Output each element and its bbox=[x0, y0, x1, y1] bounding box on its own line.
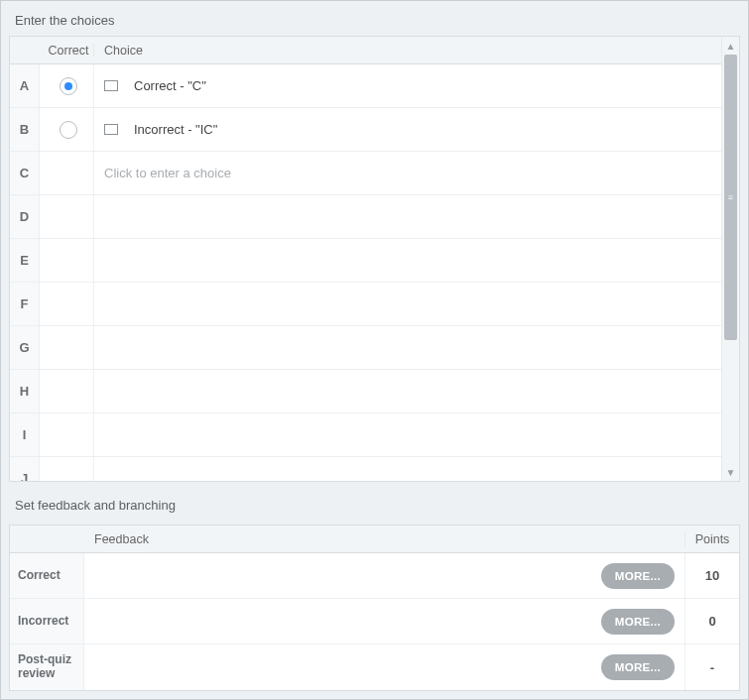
choice-content-cell[interactable] bbox=[94, 370, 739, 412]
feedback-row-label: Incorrect bbox=[10, 599, 84, 643]
choice-correct-cell bbox=[40, 195, 94, 238]
choices-header-choice: Choice bbox=[94, 44, 721, 58]
choice-letter: F bbox=[10, 283, 40, 325]
choice-correct-cell bbox=[40, 239, 94, 282]
points-cell[interactable]: - bbox=[685, 644, 739, 690]
choices-table: Correct Choice ACorrect - "C"BIncorrect … bbox=[9, 36, 740, 482]
scrollbar-thumb[interactable]: ≡ bbox=[724, 55, 737, 340]
feedback-section-title: Set feedback and branching bbox=[9, 494, 740, 521]
feedback-cell[interactable]: MORE... bbox=[84, 599, 685, 643]
choice-letter: E bbox=[10, 239, 40, 282]
feedback-cell[interactable]: MORE... bbox=[84, 553, 685, 598]
choice-correct-cell bbox=[40, 326, 94, 369]
more-button[interactable]: MORE... bbox=[601, 563, 675, 589]
scroll-down-arrow-icon[interactable]: ▼ bbox=[722, 463, 739, 481]
choices-header-row: Correct Choice bbox=[10, 37, 739, 64]
scrollbar-track[interactable]: ≡ bbox=[722, 55, 739, 463]
choice-letter: I bbox=[10, 413, 40, 456]
image-placeholder-icon[interactable] bbox=[104, 80, 118, 91]
points-cell[interactable]: 0 bbox=[685, 599, 739, 643]
choice-row[interactable]: G bbox=[10, 326, 739, 370]
choices-section-title: Enter the choices bbox=[9, 9, 740, 36]
choice-row[interactable]: BIncorrect - "IC" bbox=[10, 108, 739, 152]
choice-row[interactable]: E bbox=[10, 239, 739, 283]
choices-header-correct: Correct bbox=[40, 44, 94, 58]
choice-content-cell[interactable] bbox=[94, 413, 739, 456]
choice-correct-cell bbox=[40, 152, 94, 194]
scroll-up-arrow-icon[interactable]: ▲ bbox=[722, 37, 739, 55]
choice-content-cell[interactable] bbox=[94, 239, 739, 282]
feedback-header-row: Feedback Points bbox=[10, 525, 739, 553]
choice-correct-cell bbox=[40, 108, 94, 151]
choice-row[interactable]: F bbox=[10, 283, 739, 326]
choice-correct-cell bbox=[40, 457, 94, 481]
choices-scrollbar[interactable]: ▲ ≡ ▼ bbox=[721, 37, 739, 481]
choice-content-cell[interactable]: Incorrect - "IC" bbox=[94, 108, 739, 151]
feedback-cell[interactable]: MORE... bbox=[84, 644, 685, 690]
choice-correct-cell bbox=[40, 413, 94, 456]
choice-letter: J bbox=[10, 457, 40, 481]
feedback-row: IncorrectMORE...0 bbox=[10, 599, 739, 644]
choice-placeholder[interactable]: Click to enter a choice bbox=[104, 166, 231, 180]
feedback-header-feedback: Feedback bbox=[84, 532, 685, 546]
feedback-row-label: Correct bbox=[10, 553, 84, 598]
correct-radio[interactable] bbox=[60, 77, 77, 95]
correct-radio[interactable] bbox=[60, 121, 77, 139]
choice-letter: B bbox=[10, 108, 40, 151]
choice-row[interactable]: H bbox=[10, 370, 739, 413]
choice-content-cell[interactable] bbox=[94, 283, 739, 325]
more-button[interactable]: MORE... bbox=[601, 654, 675, 680]
more-button[interactable]: MORE... bbox=[601, 609, 675, 635]
choice-letter: A bbox=[10, 64, 40, 107]
choice-content-cell[interactable]: Correct - "C" bbox=[94, 64, 739, 107]
choice-content-cell[interactable] bbox=[94, 326, 739, 369]
choice-row[interactable]: I bbox=[10, 413, 739, 457]
choice-correct-cell bbox=[40, 283, 94, 325]
choice-row[interactable]: D bbox=[10, 195, 739, 239]
choice-text[interactable]: Incorrect - "IC" bbox=[134, 122, 217, 137]
choice-row[interactable]: CClick to enter a choice bbox=[10, 152, 739, 195]
choice-letter: C bbox=[10, 152, 40, 194]
choice-text[interactable]: Correct - "C" bbox=[134, 78, 206, 93]
choice-content-cell[interactable] bbox=[94, 195, 739, 238]
choice-correct-cell bbox=[40, 64, 94, 107]
feedback-header-points: Points bbox=[685, 532, 739, 546]
choice-letter: H bbox=[10, 370, 40, 412]
image-placeholder-icon[interactable] bbox=[104, 124, 118, 135]
feedback-table: Feedback Points CorrectMORE...10Incorrec… bbox=[9, 525, 740, 691]
points-cell[interactable]: 10 bbox=[685, 553, 739, 598]
choices-body: ACorrect - "C"BIncorrect - "IC"CClick to… bbox=[10, 64, 739, 481]
feedback-row: Post-quiz reviewMORE...- bbox=[10, 644, 739, 690]
choice-correct-cell bbox=[40, 370, 94, 412]
choice-row[interactable]: J bbox=[10, 457, 739, 481]
choice-letter: D bbox=[10, 195, 40, 238]
choice-content-cell[interactable] bbox=[94, 457, 739, 481]
choice-row[interactable]: ACorrect - "C" bbox=[10, 64, 739, 108]
choice-letter: G bbox=[10, 326, 40, 369]
feedback-row: CorrectMORE...10 bbox=[10, 553, 739, 599]
quiz-choices-panel: Enter the choices Correct Choice ACorrec… bbox=[0, 0, 749, 700]
feedback-row-label: Post-quiz review bbox=[10, 644, 84, 690]
choice-content-cell[interactable]: Click to enter a choice bbox=[94, 152, 739, 194]
